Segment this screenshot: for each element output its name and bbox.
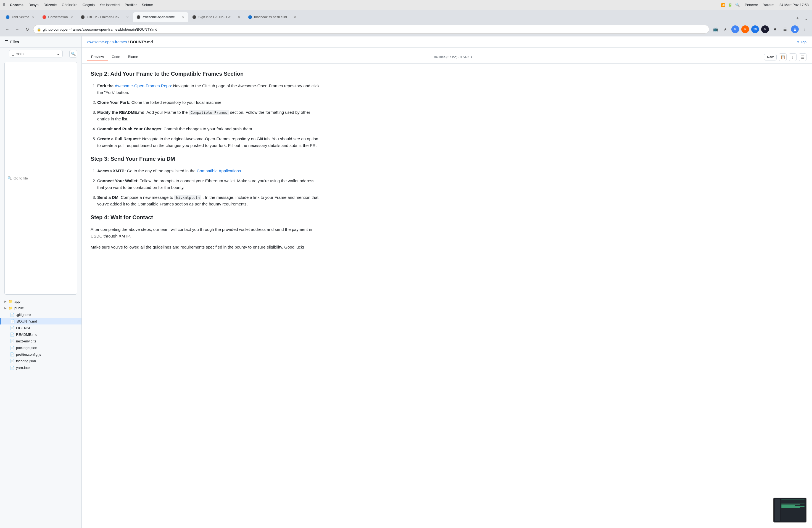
tab-tab5[interactable]: ⚫ Sign in to GitHub · GitHub ✕: [189, 12, 244, 22]
extension-icon-3[interactable]: 30: [751, 25, 759, 33]
file-tree: ▶ 📁 app ▶ 📁 public 📄 .gitignore 📄 BOUNTY…: [0, 297, 82, 528]
tab-close-button[interactable]: ✕: [182, 15, 185, 19]
extension-icon-2[interactable]: F: [741, 25, 749, 33]
bookmark-icon[interactable]: ★: [721, 25, 729, 33]
step3-heading: Step 3: Send Your Frame via DM: [91, 155, 321, 163]
menu-goruntule[interactable]: Görüntüle: [62, 3, 77, 7]
tab-list-button[interactable]: ⌄: [802, 14, 810, 22]
tab-favicon: 🔵: [5, 15, 10, 19]
step2-item-5: Create a Pull Request: Navigate to the o…: [97, 136, 321, 149]
step2-item3-code: Compatible Frames: [189, 110, 229, 115]
search-file-button[interactable]: 🔍: [69, 50, 77, 58]
file-name: BOUNTY.md: [17, 319, 37, 323]
file-LICENSE[interactable]: 📄 LICENSE: [0, 324, 82, 331]
download-button[interactable]: ↓: [789, 53, 797, 61]
menu-profiller[interactable]: Profiller: [125, 3, 137, 7]
outline-button[interactable]: ☰: [799, 53, 807, 61]
menu-pencere[interactable]: Pencere: [744, 3, 758, 7]
file--gitignore[interactable]: 📄 .gitignore: [0, 311, 82, 318]
step2-item5-bold: Create a Pull Request: [97, 136, 140, 141]
extension-icon-1[interactable]: G: [731, 25, 739, 33]
breadcrumb: awesome-open-frames / BOUNTY.md: [87, 40, 153, 44]
search-icon[interactable]: 🔍: [735, 3, 740, 7]
tab-close-button[interactable]: ✕: [293, 15, 296, 19]
file-header: awesome-open-frames / BOUNTY.md ⇧ Top: [82, 36, 812, 48]
step3-item1-bold: Access XMTP:: [97, 168, 126, 173]
menu-dosya[interactable]: Dosya: [28, 3, 39, 7]
step3-item2-bold: Connect Your Wallet: [97, 178, 137, 183]
step2-item-4: Commit and Push Your Changes: Commit the…: [97, 126, 321, 132]
battery-icon: 🔋: [728, 3, 733, 7]
file-name: tsconfig.json: [16, 359, 36, 363]
folder-public[interactable]: ▶ 📁 public: [0, 305, 82, 311]
file-tab-group: Preview Code Blame: [87, 53, 142, 61]
tab-code[interactable]: Code: [108, 53, 124, 61]
tab-close-button[interactable]: ✕: [126, 15, 129, 19]
step4-heading: Step 4: Wait for Contact: [91, 213, 321, 222]
apple-logo: : [3, 2, 5, 8]
step3-item1-link[interactable]: Compatible Applications: [197, 168, 241, 173]
back-button[interactable]: ←: [3, 25, 11, 33]
sidebar-title: ☰ Files: [4, 40, 19, 44]
menu-sekme[interactable]: Sekme: [142, 3, 153, 7]
file-icon: 📄: [10, 365, 14, 370]
sidebar-toggle[interactable]: ☰: [781, 25, 789, 33]
menu-yardim[interactable]: Yardım: [763, 3, 774, 7]
step3-list: Access XMTP: Go to the any of the apps l…: [91, 167, 321, 207]
file-name: LICENSE: [16, 326, 31, 330]
extension-icon-5[interactable]: ◾: [771, 25, 779, 33]
tab-preview[interactable]: Preview: [87, 53, 108, 61]
raw-button[interactable]: Raw: [764, 54, 777, 60]
step2-item1-link[interactable]: Awesome-Open-Frames Repo: [115, 84, 171, 88]
file-tsconfig-json[interactable]: 📄 tsconfig.json: [0, 357, 82, 364]
tab-close-button[interactable]: ✕: [237, 15, 241, 19]
more-menu[interactable]: ⋮: [801, 25, 809, 33]
menu-yer-isaretleri[interactable]: Yer İşaretleri: [100, 3, 120, 7]
tab-tab1[interactable]: 🔵 Yeni Sekme ✕: [2, 12, 39, 22]
tab-tab2[interactable]: 🔴 Conversation ✕: [39, 12, 77, 22]
folder-app[interactable]: ▶ 📁 app: [0, 298, 82, 305]
file-name: .gitignore: [16, 312, 31, 317]
cast-icon[interactable]: 📺: [711, 25, 719, 33]
copy-button[interactable]: 📋: [779, 53, 787, 61]
profile-icon[interactable]: E: [791, 25, 799, 33]
file-next-env-d.ts[interactable]: 📄 next-env.d.ts: [0, 338, 82, 344]
tab-favicon: ⚫: [192, 15, 196, 19]
breadcrumb-repo-link[interactable]: awesome-open-frames: [87, 40, 127, 44]
app-name: Chrome: [10, 3, 24, 7]
tab-blame[interactable]: Blame: [124, 53, 142, 61]
main-layout: ☰ Files ⎯ main ⌄ 🔍 🔍 Go to file ▶ 📁 app: [0, 36, 812, 528]
address-input[interactable]: 🔒 github.com/open-frames/awesome-open-fr…: [33, 25, 709, 34]
file-BOUNTY-md[interactable]: 📄 BOUNTY.md: [0, 318, 82, 324]
step3-item-1: Access XMTP: Go to the any of the apps l…: [97, 167, 321, 174]
forward-button[interactable]: →: [13, 25, 21, 33]
page-thumbnail: [773, 498, 807, 523]
tab-close-button[interactable]: ✕: [70, 15, 73, 19]
file-yarn-lock[interactable]: 📄 yarn.lock: [0, 364, 82, 371]
tab-tab3[interactable]: ⚫ GitHub · Emirhan-Cavusg... ✕: [77, 12, 133, 22]
file-icon: 📄: [10, 352, 14, 356]
tab-tab6[interactable]: 🔵 macbook ss nasıl alınır - C... ✕: [245, 12, 300, 22]
go-to-file-search[interactable]: 🔍 Go to file: [4, 62, 77, 295]
tab-label: Yeni Sekme: [12, 15, 29, 19]
top-button[interactable]: ⇧ Top: [797, 40, 807, 44]
step3-item-2: Connect Your Wallet: Follow the prompts …: [97, 178, 321, 191]
url-text[interactable]: github.com/open-frames/awesome-open-fram…: [43, 27, 706, 31]
file-prettier-config.js[interactable]: 📄 prettier.config.js: [0, 351, 82, 357]
step2-item-3: Modify the README.md: Add your Frame to …: [97, 109, 321, 122]
extension-icon-4[interactable]: M: [761, 25, 769, 33]
branch-selector[interactable]: ⎯ main ⌄: [9, 50, 63, 57]
file-README-md[interactable]: 📄 README.md: [0, 331, 82, 338]
menu-duzenle[interactable]: Düzenle: [44, 3, 57, 7]
folder-chevron: ▶: [4, 300, 6, 303]
reload-button[interactable]: ↻: [23, 25, 31, 33]
tab-label: GitHub · Emirhan-Cavusg...: [87, 15, 124, 19]
menu-gecmis[interactable]: Geçmiş: [83, 3, 95, 7]
tab-tab4[interactable]: ⚫ awesome-open-frames/BO... ✕: [133, 12, 188, 22]
tab-close-button[interactable]: ✕: [31, 15, 35, 19]
folder-chevron: ▶: [4, 307, 6, 310]
file-package-json[interactable]: 📄 package.json: [0, 344, 82, 351]
step2-heading: Step 2: Add Your Frame to the Compatible…: [91, 69, 321, 78]
new-tab-button[interactable]: +: [794, 14, 801, 22]
folder-name: public: [14, 306, 24, 310]
